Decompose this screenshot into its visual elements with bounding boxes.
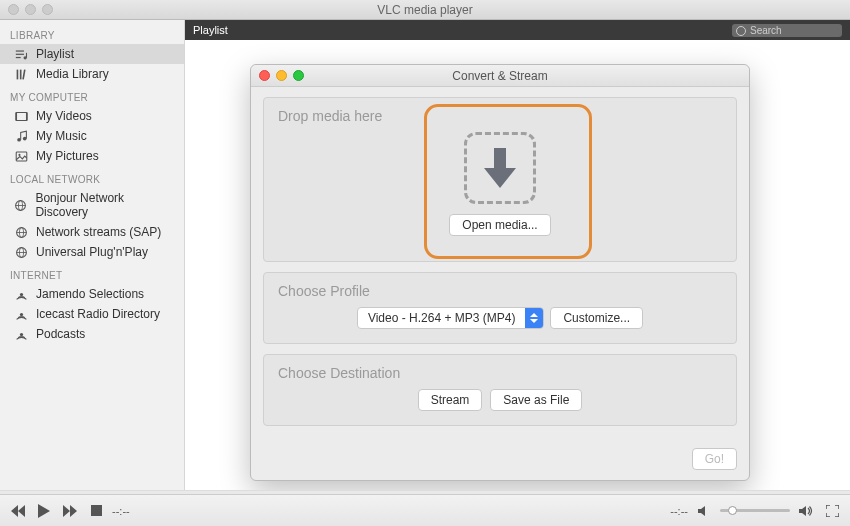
svg-rect-10 [25,112,26,120]
choose-profile-panel: Choose Profile Video - H.264 + MP3 (MP4)… [263,272,737,344]
sidebar-item-icecast[interactable]: Icecast Radio Directory [0,304,184,324]
search-input[interactable]: Search [732,24,842,37]
close-icon[interactable] [259,70,270,81]
podcast-icon [14,307,28,321]
stepper-arrows-icon[interactable] [525,308,543,328]
sidebar-item-label: Jamendo Selections [36,287,144,301]
convert-stream-dialog: Convert & Stream Drop media here Open me… [250,64,750,481]
previous-button[interactable] [8,501,28,521]
sidebar-item-label: Network streams (SAP) [36,225,161,239]
profile-value: Video - H.264 + MP3 (MP4) [358,311,526,325]
zoom-icon[interactable] [42,4,53,15]
svg-rect-4 [25,52,26,57]
svg-rect-7 [22,69,25,79]
stop-button[interactable] [86,501,106,521]
profile-label: Choose Profile [278,283,722,299]
open-media-button[interactable]: Open media... [449,214,550,236]
svg-rect-8 [15,112,26,120]
sidebar-item-sap[interactable]: Network streams (SAP) [0,222,184,242]
content-title: Playlist [193,24,228,36]
minimize-icon[interactable] [25,4,36,15]
drop-media-panel[interactable]: Drop media here Open media... [263,97,737,262]
svg-rect-1 [15,53,23,54]
sidebar-item-label: My Videos [36,109,92,123]
svg-rect-6 [19,69,21,79]
window-traffic-lights[interactable] [8,4,53,15]
dialog-traffic-lights[interactable] [259,70,304,81]
sidebar-item-podcasts[interactable]: Podcasts [0,324,184,344]
close-icon[interactable] [8,4,19,15]
minimize-icon[interactable] [276,70,287,81]
choose-destination-panel: Choose Destination Stream Save as File [263,354,737,426]
sidebar-header-internet: INTERNET [0,262,184,284]
svg-rect-27 [91,505,102,516]
drop-media-label: Drop media here [278,108,722,124]
svg-point-14 [18,153,20,155]
sidebar-item-media-library[interactable]: Media Library [0,64,184,84]
svg-rect-2 [15,56,20,57]
go-button[interactable]: Go! [692,448,737,470]
content-header: Playlist Search [185,20,850,40]
sidebar-item-label: Media Library [36,67,109,81]
podcast-icon [14,327,28,341]
play-button[interactable] [34,501,54,521]
next-button[interactable] [60,501,80,521]
dialog-title: Convert & Stream [452,69,547,83]
music-icon [14,129,28,143]
sidebar-item-playlist[interactable]: Playlist [0,44,184,64]
volume-slider[interactable] [720,509,790,512]
search-placeholder: Search [750,25,782,36]
sidebar-item-label: My Music [36,129,87,143]
dialog-titlebar: Convert & Stream [251,65,749,87]
sidebar-item-label: Playlist [36,47,74,61]
zoom-icon[interactable] [293,70,304,81]
time-elapsed: --:-- [112,505,130,517]
network-icon [14,245,28,259]
volume-thumb[interactable] [728,506,737,515]
video-icon [14,109,28,123]
stream-button[interactable]: Stream [418,389,483,411]
svg-point-25 [19,312,22,315]
volume-high-icon[interactable] [796,501,816,521]
sidebar-header-computer: MY COMPUTER [0,84,184,106]
playback-controls: --:-- --:-- [0,494,850,526]
sidebar-item-jamendo[interactable]: Jamendo Selections [0,284,184,304]
sidebar-header-library: LIBRARY [0,22,184,44]
arrow-down-icon [480,146,520,190]
svg-point-26 [19,332,22,335]
main-titlebar: VLC media player [0,0,850,20]
sidebar-item-music[interactable]: My Music [0,126,184,146]
podcast-icon [14,287,28,301]
sidebar-item-upnp[interactable]: Universal Plug'n'Play [0,242,184,262]
drop-target[interactable] [464,132,536,204]
sidebar-item-label: Icecast Radio Directory [36,307,160,321]
svg-rect-0 [15,50,23,51]
time-total: --:-- [670,505,688,517]
sidebar-item-label: Podcasts [36,327,85,341]
sidebar-item-label: Universal Plug'n'Play [36,245,148,259]
app-title: VLC media player [377,3,472,17]
fullscreen-button[interactable] [822,501,842,521]
svg-rect-5 [16,69,18,79]
network-icon [14,225,28,239]
svg-point-24 [19,292,22,295]
sidebar-item-pictures[interactable]: My Pictures [0,146,184,166]
svg-rect-9 [15,112,16,120]
sidebar-item-label: My Pictures [36,149,99,163]
sidebar-item-label: Bonjour Network Discovery [35,191,174,219]
sidebar: LIBRARY Playlist Media Library MY COMPUT… [0,20,185,494]
network-icon [14,198,27,212]
volume-low-icon[interactable] [694,501,714,521]
sidebar-item-bonjour[interactable]: Bonjour Network Discovery [0,188,184,222]
customize-button[interactable]: Customize... [550,307,643,329]
profile-select[interactable]: Video - H.264 + MP3 (MP4) [357,307,545,329]
library-icon [14,67,28,81]
pictures-icon [14,149,28,163]
destination-label: Choose Destination [278,365,722,381]
sidebar-header-network: LOCAL NETWORK [0,166,184,188]
sidebar-item-videos[interactable]: My Videos [0,106,184,126]
playlist-icon [14,47,28,61]
save-as-file-button[interactable]: Save as File [490,389,582,411]
